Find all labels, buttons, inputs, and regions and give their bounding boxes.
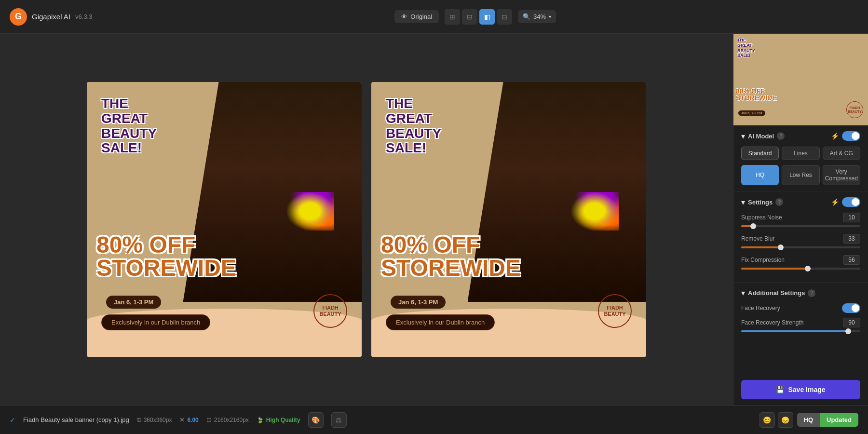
save-label: Save Image	[788, 386, 825, 393]
additional-settings-section: ▾ Additional Settings ? Face Recovery Fa…	[733, 283, 868, 345]
app-logo-icon: G	[10, 8, 27, 26]
fix-compression-slider[interactable]	[741, 268, 860, 270]
toggle-knob-settings	[852, 198, 859, 206]
fix-compression-thumb[interactable]	[805, 266, 811, 271]
bottom-bar: ✓ Fiadh Beauty sale banner (copy 1).jpg …	[0, 405, 868, 434]
model-tabs: Standard Lines Art & CG	[741, 147, 860, 160]
hq-updated-button[interactable]: HQ Updated	[797, 413, 859, 427]
face-recovery-strength-thumb[interactable]	[845, 328, 851, 334]
output-size-value: 2160x2160px	[214, 417, 249, 423]
suppress-noise-label: Suppress Noise	[741, 214, 782, 221]
additional-settings-help[interactable]: ?	[808, 289, 815, 297]
suppress-noise-thumb[interactable]	[750, 223, 756, 229]
bottom-actions: 😊 😞 HQ Updated	[760, 412, 859, 428]
settings-toggle[interactable]	[842, 197, 860, 207]
feedback-emoji-row: 😊 😞	[760, 412, 793, 428]
processed-image: THEGREATBEAUTYSALE! 80% OFFSTOREWIDE Jan…	[371, 82, 646, 357]
output-size-item: ⊡ 2160x2160px	[206, 416, 249, 423]
suppress-noise-slider[interactable]	[741, 225, 860, 227]
view-grid-button[interactable]: ⊞	[445, 9, 460, 25]
sale-text-right: THEGREATBEAUTYSALE!	[386, 96, 441, 156]
chevron-down-icon: ▾	[741, 288, 745, 298]
sidebar-thumbnail: THEGREATBEAUTYSALE! 80% OFFSTOREWIDE Jan…	[733, 34, 868, 125]
settings-header[interactable]: ▾ Settings ? ⚡	[741, 197, 860, 207]
quality-tabs: HQ Low Res Very Compressed	[741, 165, 860, 185]
remove-blur-value: 33	[843, 234, 860, 244]
original-button[interactable]: 👁 Original	[394, 10, 439, 23]
source-size-value: 360x360px	[144, 417, 172, 423]
header: G Gigapixel AI v6.3.3 👁 Original ⊞ ⊟ ◧ ⊟…	[0, 0, 868, 34]
brand-badge-left: FIADHBEAUTY	[313, 294, 347, 328]
face-recovery-strength-fill	[741, 330, 848, 332]
toggle-knob	[852, 132, 859, 140]
thumb-sale-text: THEGREATBEAUTYSALE!	[737, 38, 755, 58]
save-image-button[interactable]: 💾 Save Image	[741, 380, 860, 399]
chevron-down-icon: ▾	[741, 198, 745, 207]
view-mode-group: ⊞ ⊟ ◧ ⊟	[445, 9, 512, 25]
logo-area: G Gigapixel AI v6.3.3	[10, 8, 92, 26]
quality-leaf-icon: 🍃	[257, 417, 264, 423]
filename-label: Fiadh Beauty sale banner (copy 1).jpg	[23, 416, 129, 423]
date-badge-left: Jan 6, 1-3 PM	[106, 296, 161, 309]
remove-blur-fill	[741, 246, 781, 248]
toggle-knob-face	[852, 304, 859, 312]
thumb-brand-badge: FIADHBEAUTY	[846, 101, 863, 118]
branch-badge-left: Exclusively in our Dublin branch	[101, 314, 210, 330]
view-compare-button[interactable]: ⊟	[497, 9, 512, 25]
eye-icon: 👁	[401, 13, 407, 20]
lightning-icon: ⚡	[831, 132, 839, 140]
upscale-icon: ✕	[179, 416, 185, 423]
ai-model-help[interactable]: ?	[777, 132, 785, 140]
dimensions-icon: ⧉	[137, 416, 141, 424]
zoom-control[interactable]: 🔍 34% ▾	[518, 10, 556, 23]
fix-compression-label: Fix Compression	[741, 257, 785, 263]
face-recovery-strength-slider[interactable]	[741, 330, 860, 332]
ai-model-toggle[interactable]	[842, 131, 860, 141]
face-recovery-label: Face Recovery	[741, 305, 780, 312]
compare-button[interactable]: ⚖	[331, 412, 347, 428]
additional-settings-title: Additional Settings	[748, 289, 805, 297]
emoji-dislike-button[interactable]: 😞	[778, 412, 793, 428]
paint-splash	[286, 192, 334, 231]
quality-tab-lowres[interactable]: Low Res	[782, 165, 819, 185]
thumb-off-text: 80% OFFSTOREWIDE	[736, 88, 777, 101]
quality-tab-compressed[interactable]: Very Compressed	[823, 165, 860, 185]
face-recovery-row: Face Recovery	[741, 303, 860, 313]
model-tab-standard[interactable]: Standard	[741, 147, 779, 160]
view-split-button[interactable]: ⊟	[462, 9, 477, 25]
branch-badge-right: Exclusively in our Dublin branch	[386, 314, 495, 330]
face-recovery-strength-value: 90	[843, 318, 860, 327]
palette-button[interactable]: 🎨	[308, 412, 324, 428]
remove-blur-label-row: Remove Blur 33	[741, 234, 860, 244]
header-controls: 👁 Original ⊞ ⊟ ◧ ⊟ 🔍 34% ▾	[92, 9, 858, 25]
suppress-noise-control: Suppress Noise 10	[741, 213, 860, 227]
additional-settings-header[interactable]: ▾ Additional Settings ?	[741, 288, 860, 298]
right-sidebar: THEGREATBEAUTYSALE! 80% OFFSTOREWIDE Jan…	[733, 34, 868, 405]
sale-text-left: THEGREATBEAUTYSALE!	[101, 96, 157, 156]
model-tab-lines[interactable]: Lines	[782, 147, 819, 160]
remove-blur-label: Remove Blur	[741, 235, 774, 242]
big-sale-text-right: 80% OFFSTOREWIDE	[381, 233, 637, 280]
ai-model-section: ▾ AI Model ? ⚡ Standard Lines Art & CG H…	[733, 125, 868, 191]
settings-section: ▾ Settings ? ⚡ Suppress Noise 10	[733, 191, 868, 283]
fix-compression-fill	[741, 268, 808, 270]
emoji-like-button[interactable]: 😊	[760, 412, 775, 428]
ai-model-header[interactable]: ▾ AI Model ? ⚡	[741, 131, 860, 141]
view-single-button[interactable]: ◧	[479, 9, 495, 25]
model-tab-artcg[interactable]: Art & CG	[823, 147, 860, 160]
original-image: THEGREATBEAUTYSALE! 80% OFFSTOREWIDE Jan…	[87, 82, 362, 357]
hq-label: HQ	[797, 413, 820, 427]
save-button-area: 💾 Save Image	[733, 374, 868, 405]
suppress-noise-value: 10	[843, 213, 860, 222]
settings-help[interactable]: ?	[775, 198, 783, 206]
face-recovery-toggle[interactable]	[842, 303, 860, 313]
remove-blur-thumb[interactable]	[778, 244, 784, 250]
lightning-icon-settings: ⚡	[831, 198, 839, 206]
upscale-item: ✕ 6.00	[179, 416, 198, 423]
fix-compression-value: 56	[843, 255, 860, 265]
quality-tab-hq[interactable]: HQ	[741, 165, 779, 185]
thumb-sub-text: Jan 6, 1-3 PM	[738, 110, 765, 116]
remove-blur-slider[interactable]	[741, 246, 860, 248]
chevron-down-icon: ▾	[741, 132, 745, 141]
brand-badge-right: FIADHBEAUTY	[598, 294, 632, 328]
